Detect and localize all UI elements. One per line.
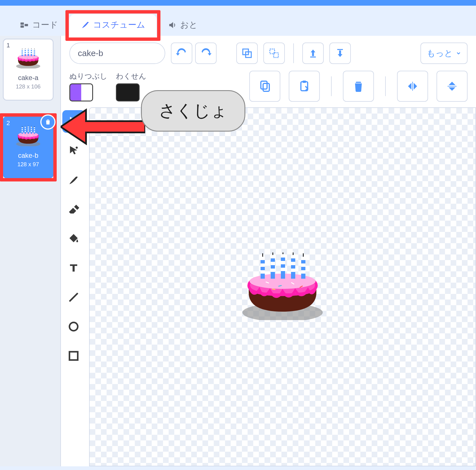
redo-icon bbox=[200, 48, 211, 59]
svg-rect-41 bbox=[337, 49, 343, 50]
svg-rect-33 bbox=[21, 25, 24, 28]
tab-costumes-label: コスチューム bbox=[93, 19, 145, 31]
flip-h-icon bbox=[406, 79, 419, 93]
brush-icon bbox=[67, 174, 80, 186]
costume-number: 2 bbox=[6, 119, 10, 127]
square-icon bbox=[67, 350, 80, 362]
brush-tool[interactable] bbox=[62, 169, 85, 191]
circle-tool[interactable] bbox=[62, 315, 85, 338]
group-icon bbox=[241, 48, 253, 59]
eraser-icon bbox=[67, 203, 80, 216]
backward-button[interactable] bbox=[329, 43, 351, 64]
annotation-bubble: さくじょ bbox=[141, 90, 245, 132]
divider bbox=[385, 76, 386, 96]
redo-button[interactable] bbox=[195, 43, 217, 64]
outline-swatch[interactable] bbox=[116, 83, 140, 101]
costume-thumb-1 bbox=[14, 46, 42, 71]
trash-icon bbox=[44, 118, 52, 126]
svg-point-35 bbox=[87, 22, 89, 23]
paste-icon bbox=[298, 79, 311, 93]
canvas[interactable] bbox=[89, 107, 476, 466]
svg-rect-48 bbox=[412, 82, 413, 91]
toolbar-bottom: ぬりつぶし わくせん bbox=[61, 68, 476, 107]
svg-rect-49 bbox=[448, 86, 457, 87]
circle-icon bbox=[67, 320, 80, 333]
text-tool[interactable] bbox=[62, 257, 85, 279]
copy-button[interactable] bbox=[249, 71, 280, 102]
costume-number: 1 bbox=[6, 42, 10, 49]
eraser-tool[interactable] bbox=[62, 198, 85, 221]
ungroup-button[interactable] bbox=[263, 43, 285, 64]
backward-icon bbox=[334, 48, 346, 59]
svg-rect-32 bbox=[21, 22, 24, 25]
paste-button[interactable] bbox=[289, 71, 320, 102]
flip-vertical-button[interactable] bbox=[437, 71, 468, 102]
flip-horizontal-button[interactable] bbox=[397, 71, 428, 102]
undo-button[interactable] bbox=[171, 43, 192, 64]
forward-icon bbox=[307, 48, 319, 59]
cake-sprite[interactable] bbox=[240, 252, 325, 321]
ungroup-icon bbox=[268, 48, 280, 59]
app-topbar bbox=[0, 0, 476, 6]
bucket-icon bbox=[67, 232, 80, 245]
svg-rect-43 bbox=[263, 83, 269, 91]
tab-sounds[interactable]: おと bbox=[157, 14, 209, 36]
svg-point-51 bbox=[69, 322, 78, 331]
costume-item-1[interactable]: 1 cake-a 128 x 106 bbox=[3, 39, 54, 101]
flip-v-icon bbox=[445, 79, 459, 93]
tab-costumes[interactable]: コスチューム bbox=[69, 14, 157, 36]
fill-label: ぬりつぶし bbox=[69, 71, 107, 81]
fill-tool[interactable] bbox=[62, 227, 85, 250]
delete-costume-button[interactable] bbox=[40, 114, 56, 130]
text-icon bbox=[67, 262, 80, 274]
rect-tool[interactable] bbox=[62, 345, 85, 367]
outline-label: わくせん bbox=[116, 71, 146, 81]
tab-code[interactable]: コード bbox=[8, 14, 69, 36]
divider bbox=[331, 76, 332, 96]
costume-thumb-2 bbox=[14, 123, 42, 149]
copy-icon bbox=[258, 79, 272, 93]
line-tool[interactable] bbox=[62, 286, 85, 309]
tool-column bbox=[61, 107, 86, 466]
forward-button[interactable] bbox=[302, 43, 324, 64]
svg-rect-52 bbox=[69, 352, 78, 360]
annotation-text: さくじょ bbox=[159, 101, 228, 120]
svg-rect-45 bbox=[303, 81, 306, 83]
chevron-down-icon bbox=[456, 50, 461, 56]
costume-list: 1 cake-a 128 x 106 2 cake-b 128 x 97 bbox=[0, 36, 61, 466]
delete-button[interactable] bbox=[343, 71, 374, 102]
line-icon bbox=[67, 291, 80, 303]
costume-name-input[interactable] bbox=[69, 43, 165, 64]
costume-item-2[interactable]: 2 cake-b 128 x 97 bbox=[3, 116, 54, 178]
undo-icon bbox=[176, 48, 187, 59]
svg-rect-47 bbox=[359, 85, 360, 90]
costume-editor: もっと ぬりつぶし わくせん bbox=[61, 36, 476, 466]
tabs-row: コード コスチューム おと bbox=[0, 6, 476, 36]
svg-marker-53 bbox=[61, 110, 145, 144]
fill-swatch[interactable] bbox=[69, 83, 93, 101]
svg-rect-34 bbox=[25, 24, 28, 26]
svg-rect-42 bbox=[261, 81, 267, 89]
divider bbox=[293, 43, 294, 63]
group-button[interactable] bbox=[236, 43, 258, 64]
annotation-arrow bbox=[61, 107, 145, 148]
costume-dims: 128 x 97 bbox=[17, 161, 39, 168]
more-label: もっと bbox=[427, 48, 453, 59]
costume-name-label: cake-b bbox=[18, 152, 38, 159]
svg-rect-46 bbox=[357, 85, 358, 90]
costume-dims: 128 x 106 bbox=[16, 83, 41, 90]
tab-code-label: コード bbox=[32, 19, 58, 31]
annotation: さくじょ bbox=[141, 90, 245, 132]
trash-icon bbox=[352, 79, 365, 93]
costume-name-label: cake-a bbox=[18, 74, 38, 82]
toolbar-top: もっと bbox=[61, 36, 476, 68]
tab-sounds-label: おと bbox=[180, 19, 198, 31]
svg-rect-40 bbox=[310, 57, 316, 57]
more-button[interactable]: もっと bbox=[420, 43, 468, 64]
